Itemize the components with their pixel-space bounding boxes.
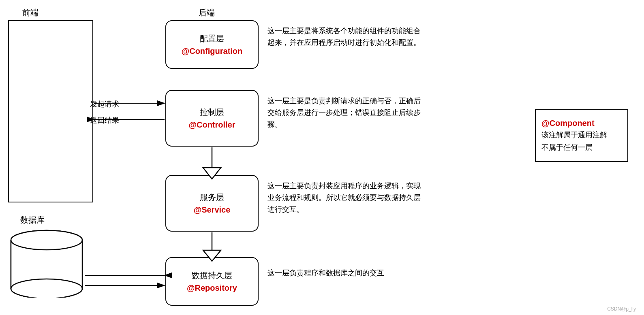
svg-point-5 (11, 230, 82, 250)
svg-point-6 (11, 279, 82, 298)
diagram-container: 前端 数据库 后端 配置层 @Configuration 控制层 @Contro… (0, 0, 644, 315)
service-box: 服务层 @Service (165, 175, 259, 232)
backend-label: 后端 (199, 7, 215, 18)
desc-service: 这一层主要负责封装应用程序的业务逻辑，实现业务流程和规则。所以它就必须要与数据持… (267, 180, 421, 215)
component-line1: 该注解属于通用注解 (541, 130, 607, 140)
send-request-label: 发起请求 (90, 99, 119, 109)
controller-title: 控制层 (200, 107, 224, 118)
frontend-label: 前端 (22, 7, 39, 18)
database-label: 数据库 (20, 215, 45, 226)
frontend-box (8, 20, 93, 202)
controller-box: 控制层 @Controller (165, 90, 259, 147)
desc-controller: 这一层主要是负责判断请求的正确与否，正确后交给服务层进行一步处理；错误直接阻止后… (267, 95, 421, 130)
watermark: CSDN@p_lly (607, 306, 636, 312)
service-annotation: @Service (194, 205, 231, 215)
return-result-label: 返回结果 (90, 115, 119, 125)
config-box: 配置层 @Configuration (165, 20, 259, 69)
component-annotation: @Component (541, 119, 595, 128)
repository-title: 数据持久层 (192, 270, 232, 281)
component-box: @Component 该注解属于通用注解 不属于任何一层 (535, 109, 628, 162)
component-line2: 不属于任何一层 (541, 142, 593, 153)
desc-config: 这一层主要是将系统各个功能的组件的功能组合起来，并在应用程序启动时进行初始化和配… (267, 25, 421, 49)
repository-box: 数据持久层 @Repository (165, 257, 259, 306)
desc-repository: 这一层负责程序和数据库之间的交互 (267, 267, 384, 279)
database-shape (8, 229, 85, 298)
config-annotation: @Configuration (182, 47, 243, 56)
config-title: 配置层 (200, 33, 224, 44)
controller-annotation: @Controller (188, 120, 235, 130)
service-title: 服务层 (200, 192, 224, 203)
repository-annotation: @Repository (187, 283, 237, 293)
